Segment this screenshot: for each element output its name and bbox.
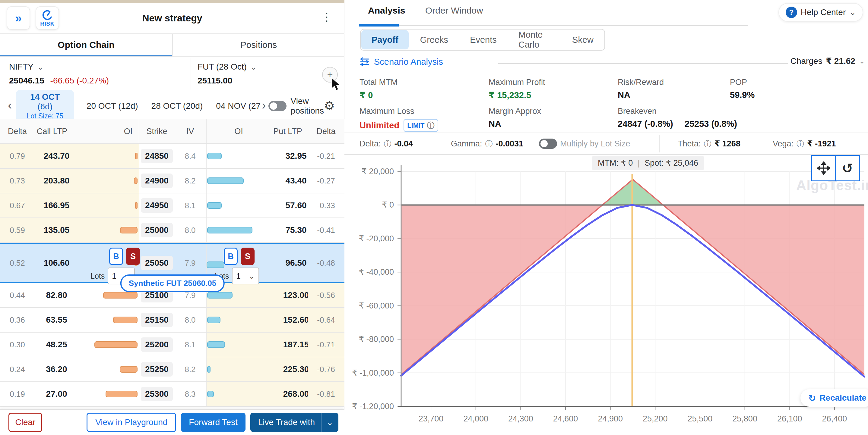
table-row[interactable]: 0.3663.55251508.0152.60-0.64 xyxy=(0,308,344,333)
put-oi-bar xyxy=(207,341,225,348)
table-row[interactable]: 0.1927.00253008.3268.00-0.81 xyxy=(0,382,344,407)
payoff-chart-canvas[interactable]: ₹ 20,000₹ 0₹ -20,000₹ -40,000₹ -60,000₹ … xyxy=(344,155,868,435)
info-icon[interactable]: ⓘ xyxy=(384,139,392,149)
greek-vega: Vega: ⓘ ₹ -1921 xyxy=(773,133,836,154)
stat-value: Unlimited xyxy=(360,121,399,130)
info-icon[interactable]: ⓘ xyxy=(797,139,804,149)
charges-label: Charges xyxy=(790,56,823,66)
put-delta-value: -0.81 xyxy=(308,382,344,406)
pan-chart-button[interactable] xyxy=(811,155,836,181)
analysis-panel: Analysis Order Window ? Help Center ⌄ Pa… xyxy=(344,0,868,435)
buy-button[interactable]: B xyxy=(109,247,123,265)
live-trade-dropdown[interactable]: ⌄ xyxy=(321,413,338,432)
limit-badge[interactable]: LIMIT ⓘ xyxy=(404,119,438,132)
subtab-skew[interactable]: Skew xyxy=(562,30,604,49)
put-ltp-value: 57.60 xyxy=(262,193,308,218)
table-row[interactable]: 0.67166.95249508.157.60-0.33 xyxy=(0,193,344,218)
put-delta-value: -0.41 xyxy=(308,218,344,242)
clear-button[interactable]: Clear xyxy=(8,413,42,432)
charges-control[interactable]: Charges ₹ 21.62 ⌄ xyxy=(790,56,865,66)
call-oi-bar xyxy=(113,316,137,323)
subtab-monte-carlo[interactable]: Monte Carlo xyxy=(508,30,561,49)
strike-value: 25050 xyxy=(141,256,173,270)
stat-label: Risk/Reward xyxy=(618,78,664,87)
strike-value: 25150 xyxy=(141,313,173,327)
info-icon[interactable]: ⓘ xyxy=(485,139,493,149)
call-oi-bar xyxy=(135,153,137,159)
tab-option-chain[interactable]: Option Chain xyxy=(0,34,172,56)
view-positions-toggle[interactable] xyxy=(269,101,286,111)
iv-value: 8.2 xyxy=(174,357,206,381)
y-tick-label: ₹ -60,000 xyxy=(359,301,394,310)
stat-label: Margin Approx xyxy=(489,107,541,116)
charges-value: ₹ 21.62 xyxy=(826,56,855,66)
strike-value: 25000 xyxy=(141,223,173,237)
subtab-events[interactable]: Events xyxy=(460,30,507,49)
tab-analysis[interactable]: Analysis xyxy=(368,5,405,16)
lots-label: Lots xyxy=(91,272,105,280)
view-in-playground-button[interactable]: View in Playground xyxy=(87,413,176,432)
chevron-down-icon: ⌄ xyxy=(248,271,255,281)
iv-value: 8.2 xyxy=(174,169,206,193)
recalculate-button[interactable]: ↻ Recalculate xyxy=(801,389,868,407)
x-tick-label: 24,300 xyxy=(508,414,533,423)
expiry-selector-bar: ‹ 14 OCT (6d) Lot Size: 75 20 OCT (12d) … xyxy=(0,93,344,119)
reset-chart-button[interactable]: ↺ xyxy=(835,155,860,181)
greek-value: -0.04 xyxy=(395,139,413,148)
table-row[interactable]: 0.79243.70248508.432.95-0.21 xyxy=(0,144,344,169)
iv-value: 8.1 xyxy=(174,333,206,357)
expiry-option[interactable]: 04 NOV (27d) xyxy=(216,101,261,111)
buy-button[interactable]: B xyxy=(224,247,238,265)
scenario-analysis-link[interactable]: Scenario Analysis xyxy=(360,57,443,67)
strategy-title: New strategy xyxy=(0,13,344,24)
table-row[interactable]: 0.73203.80249008.243.40-0.27 xyxy=(0,169,344,193)
subtab-payoff[interactable]: Payoff xyxy=(361,30,409,49)
stat-label: Maximum Profit xyxy=(489,78,545,87)
live-trade-button[interactable]: Live Trade with ⌄ xyxy=(250,413,338,432)
kebab-menu-icon[interactable]: ⋮ xyxy=(321,10,332,24)
underlying-selector[interactable]: NIFTY ⌄ xyxy=(9,62,109,72)
chevron-right-icon[interactable]: › xyxy=(262,99,268,114)
y-tick-label: ₹ -1,00,000 xyxy=(352,368,394,377)
tab-order-window[interactable]: Order Window xyxy=(425,5,483,16)
multiply-lot-size-toggle[interactable] xyxy=(539,139,557,149)
future-selector[interactable]: FUT (28 Oct) ⌄ xyxy=(197,62,257,72)
x-tick-label: 25,200 xyxy=(643,414,668,423)
divider: | xyxy=(638,159,640,168)
underlying-block: NIFTY ⌄ 25046.15 -66.65 (-0.27%) xyxy=(9,62,109,86)
recalculate-label: Recalculate xyxy=(819,393,867,403)
expiry-selected[interactable]: 14 OCT (6d) Lot Size: 75 xyxy=(16,90,74,123)
sell-button[interactable]: S xyxy=(241,247,254,265)
table-row[interactable]: 0.52106.60250507.996.50-0.48BSLots1⌄BSLo… xyxy=(0,243,344,283)
chevron-down-icon: ⌄ xyxy=(250,62,257,72)
stat-pop: POP 59.9% xyxy=(730,78,754,100)
tab-positions[interactable]: Positions xyxy=(172,34,344,56)
table-row[interactable]: 0.3048.25252008.1187.15-0.71 xyxy=(0,333,344,357)
sell-button[interactable]: S xyxy=(126,247,140,265)
strategy-footer: Clear View in Playground Forward Test Li… xyxy=(0,409,344,435)
call-ltp-value: 48.25 xyxy=(35,333,99,357)
chevron-left-icon[interactable]: ‹ xyxy=(0,99,16,114)
table-row[interactable]: 0.59135.05250008.075.30-0.41 xyxy=(0,218,344,243)
put-ltp-value: 225.30 xyxy=(262,357,308,381)
table-row[interactable]: 0.2436.20252508.2225.30-0.76 xyxy=(0,357,344,382)
call-ltp-value: 82.80 xyxy=(35,283,99,307)
gear-icon[interactable]: ⚙ xyxy=(324,99,335,113)
stat-label: POP xyxy=(730,78,754,87)
x-tick-label: 26,100 xyxy=(777,414,802,423)
subtab-greeks[interactable]: Greeks xyxy=(410,30,459,49)
strike-cell: 25200 xyxy=(139,333,174,357)
call-oi-cell xyxy=(99,169,139,193)
lots-select[interactable]: 1⌄ xyxy=(232,268,259,285)
info-icon[interactable]: ⓘ xyxy=(704,139,711,149)
call-ltp-value: 135.05 xyxy=(35,218,99,242)
help-center-button[interactable]: ? Help Center ⌄ xyxy=(778,3,863,22)
call-ltp-value: 203.80 xyxy=(35,169,99,193)
expiry-option[interactable]: 28 OCT (20d) xyxy=(151,101,203,111)
forward-test-button[interactable]: Forward Test xyxy=(181,413,245,432)
put-oi-cell xyxy=(206,382,262,406)
y-tick-label: ₹ -40,000 xyxy=(359,268,394,276)
expiry-option[interactable]: 20 OCT (12d) xyxy=(87,101,138,111)
window-top-strip xyxy=(0,0,344,3)
payoff-chart[interactable]: MTM: ₹ 0 | Spot: ₹ 25,046 ↺ AlgoTest.in … xyxy=(344,155,868,435)
